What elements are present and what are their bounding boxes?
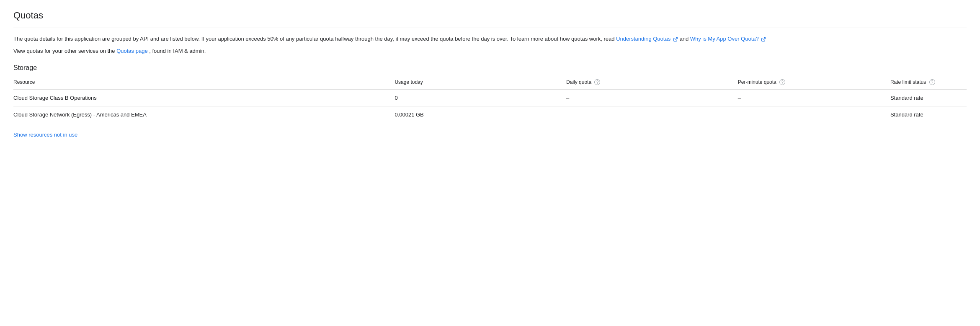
table-row: Cloud Storage Network (Egress) - America…	[13, 106, 967, 123]
cell-rate-limit-status: Standard rate	[890, 106, 967, 123]
description-paragraph-2: View quotas for your other services on t…	[13, 47, 967, 56]
cell-per-minute-quota: –	[738, 90, 890, 106]
cell-rate-limit-status: Standard rate	[890, 90, 967, 106]
col-header-per-minute-quota: Per-minute quota ?	[738, 75, 890, 90]
and-text: and	[679, 36, 690, 42]
quota-table: Resource Usage today Daily quota ? Per-m…	[13, 75, 967, 124]
description-paragraph-1: The quota details for this application a…	[13, 35, 967, 44]
col-header-daily-quota: Daily quota ?	[566, 75, 738, 90]
external-link-icon-2	[761, 37, 766, 42]
per-minute-quota-help-icon[interactable]: ?	[779, 79, 785, 85]
table-header-row: Resource Usage today Daily quota ? Per-m…	[13, 75, 967, 90]
second-line-suffix: , found in IAM & admin.	[149, 48, 206, 54]
cell-usage-today: 0	[395, 90, 566, 106]
table-body: Cloud Storage Class B Operations0––Stand…	[13, 90, 967, 123]
cell-daily-quota: –	[566, 90, 738, 106]
cell-per-minute-quota: –	[738, 106, 890, 123]
storage-section-title: Storage	[13, 64, 967, 72]
show-resources-link[interactable]: Show resources not in use	[13, 132, 77, 138]
page-title: Quotas	[13, 10, 967, 28]
understanding-quotas-link[interactable]: Understanding Quotas	[616, 36, 679, 42]
cell-daily-quota: –	[566, 106, 738, 123]
description-main-text: The quota details for this application a…	[13, 36, 616, 42]
cell-usage-today: 0.00021 GB	[395, 106, 566, 123]
daily-quota-help-icon[interactable]: ?	[594, 79, 600, 85]
storage-section: Storage Resource Usage today Daily quota…	[13, 64, 967, 124]
second-line-prefix: View quotas for your other services on t…	[13, 48, 116, 54]
col-header-usage: Usage today	[395, 75, 566, 90]
app-over-quota-link[interactable]: Why is My App Over Quota?	[690, 36, 766, 42]
external-link-icon-1	[673, 37, 678, 42]
rate-limit-status-help-icon[interactable]: ?	[929, 79, 935, 85]
quotas-page-link[interactable]: Quotas page	[116, 48, 149, 54]
page-container: Quotas The quota details for this applic…	[0, 0, 980, 148]
col-header-rate-limit-status: Rate limit status ?	[890, 75, 967, 90]
table-row: Cloud Storage Class B Operations0––Stand…	[13, 90, 967, 106]
cell-resource: Cloud Storage Class B Operations	[13, 90, 395, 106]
description-section: The quota details for this application a…	[13, 35, 967, 56]
cell-resource: Cloud Storage Network (Egress) - America…	[13, 106, 395, 123]
col-header-resource: Resource	[13, 75, 395, 90]
